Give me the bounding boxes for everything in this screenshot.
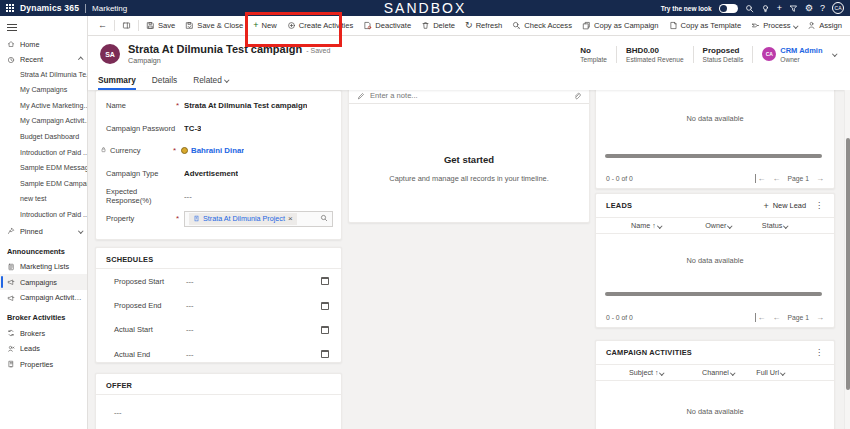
previous-page-icon[interactable]: ←	[772, 174, 780, 183]
next-page-icon[interactable]: →	[816, 313, 824, 322]
user-avatar[interactable]: CA	[832, 2, 844, 14]
recent-item[interactable]: My Campaign Activit...	[0, 114, 87, 130]
sidebar-item-recent[interactable]: Recent	[0, 52, 87, 68]
calendar-icon[interactable]	[321, 277, 329, 285]
column-header-channel[interactable]: Channel	[702, 368, 734, 377]
proposed-start-value[interactable]: ---	[186, 277, 321, 286]
more-vertical-icon[interactable]: ⋮	[812, 201, 826, 210]
vertical-scrollbar[interactable]	[844, 90, 850, 429]
currency-lookup-value[interactable]: Bahraini Dinar	[181, 146, 244, 155]
property-chip[interactable]: Strata At Dilmunia Project ×	[189, 213, 297, 225]
sidebar-item-marketing-lists[interactable]: Marketing Lists	[0, 259, 87, 275]
save-button[interactable]: Save	[141, 16, 180, 35]
grid-footer: 0 - 0 of 0 ← ← Page 1 →	[596, 168, 834, 188]
form-tabs: Summary Details Related	[88, 72, 850, 90]
password-value[interactable]: TC-3	[184, 124, 201, 133]
recent-item[interactable]: Introduction of Paid ...	[0, 146, 87, 162]
schedules-section-card: SCHEDULES Proposed Start --- Proposed En…	[95, 247, 342, 363]
quick-create-plus-icon[interactable]: +	[777, 4, 782, 13]
new-button[interactable]: + New	[248, 16, 281, 35]
expected-response-value[interactable]: ---	[184, 192, 192, 201]
field-currency: Currency * Bahraini Dinar	[96, 139, 341, 162]
deactivate-button[interactable]: Deactivate	[358, 16, 416, 35]
calendar-icon[interactable]	[321, 302, 329, 310]
column-header-owner[interactable]: Owner	[705, 221, 732, 230]
proposed-end-value[interactable]: ---	[186, 301, 321, 310]
previous-page-icon[interactable]: ←	[772, 313, 780, 322]
recent-item[interactable]: Sample EDM Message	[0, 161, 87, 177]
recent-item[interactable]: Budget Dashboard	[0, 130, 87, 146]
column-header-status[interactable]: Status	[762, 221, 788, 230]
open-side-pane-button[interactable]	[117, 16, 136, 35]
owner-link[interactable]: CRM Admin	[780, 46, 822, 55]
calendar-icon[interactable]	[321, 326, 329, 334]
lightbulb-icon[interactable]	[761, 4, 770, 13]
recent-item[interactable]: Sample EDM Campai...	[0, 177, 87, 193]
check-access-button[interactable]: Check Access	[507, 16, 577, 35]
sidebar-item-campaigns[interactable]: Campaigns	[0, 274, 87, 290]
first-page-icon[interactable]: ←	[755, 174, 765, 183]
toggle-knob	[720, 5, 727, 12]
property-lookup-input[interactable]: Strata At Dilmunia Project ×	[184, 211, 333, 227]
area-name[interactable]: Marketing	[92, 4, 127, 13]
expand-chevron-icon[interactable]	[78, 229, 83, 234]
remove-chip-icon[interactable]: ×	[288, 214, 293, 223]
owner-field[interactable]: CA CRM Admin Owner	[752, 46, 828, 63]
name-value[interactable]: Strata At Dilmunia Test campaign	[184, 101, 307, 110]
recent-item[interactable]: My Campaigns	[0, 83, 87, 99]
delete-button[interactable]: Delete	[416, 16, 460, 35]
assign-button[interactable]: Assign	[802, 16, 847, 35]
column-header-full-url[interactable]: Full Url	[756, 368, 784, 377]
scrollbar-thumb[interactable]	[846, 138, 850, 390]
more-vertical-icon[interactable]: ⋮	[812, 348, 826, 357]
actual-end-value[interactable]: ---	[186, 350, 321, 359]
lookup-search-icon[interactable]	[320, 214, 328, 224]
tab-related[interactable]: Related	[193, 75, 228, 90]
copy-as-template-button[interactable]: Copy as Template	[664, 16, 747, 35]
horizontal-scrollbar[interactable]	[605, 292, 822, 296]
recent-item[interactable]: My Active Marketing...	[0, 99, 87, 115]
campaign-activities-title: CAMPAIGN ACTIVITIES	[606, 348, 806, 357]
app-title[interactable]: Dynamics 365	[20, 3, 79, 13]
recent-item[interactable]: Introduction of Paid ...	[0, 208, 87, 224]
recent-item[interactable]: Strata At Dilmunia Te...	[0, 68, 87, 84]
process-button[interactable]: Process	[746, 16, 802, 35]
collapse-chevron-icon[interactable]	[78, 57, 83, 62]
sidebar-item-campaign-activities[interactable]: Campaign Activities	[0, 290, 87, 306]
hamburger-menu-icon[interactable]	[0, 16, 87, 37]
sidebar-item-brokers[interactable]: Brokers	[0, 325, 87, 341]
note-input[interactable]	[370, 91, 568, 100]
copy-as-campaign-button[interactable]: Copy as Campaign	[577, 16, 664, 35]
settings-gear-icon[interactable]: ⚙	[805, 4, 813, 13]
horizontal-scrollbar[interactable]	[605, 154, 822, 158]
tab-summary[interactable]: Summary	[98, 75, 136, 90]
new-lead-button[interactable]: + New Lead	[763, 201, 806, 211]
new-look-toggle[interactable]	[719, 4, 738, 13]
chevron-down-icon	[728, 223, 733, 228]
save-and-close-button[interactable]: Save & Close	[180, 16, 248, 35]
sidebar-item-leads[interactable]: Leads	[0, 341, 87, 357]
refresh-button[interactable]: ↻ Refresh	[460, 16, 507, 35]
filter-icon[interactable]	[789, 4, 798, 13]
next-page-icon[interactable]: →	[816, 174, 824, 183]
first-page-icon[interactable]: ←	[755, 313, 765, 322]
create-activities-button[interactable]: Create Activities	[282, 16, 358, 35]
campaign-type-value[interactable]: Advertisement	[184, 169, 238, 178]
header-expand-chevron-icon[interactable]	[832, 52, 837, 57]
waffle-menu-icon[interactable]	[6, 4, 14, 12]
sidebar-item-pinned[interactable]: Pinned	[0, 223, 87, 239]
calendar-icon[interactable]	[321, 350, 329, 358]
back-button[interactable]: ←	[93, 16, 112, 35]
search-icon[interactable]	[745, 4, 754, 13]
column-header-name[interactable]: Name ↑	[631, 221, 661, 230]
paperclip-icon[interactable]	[573, 92, 581, 100]
actual-start-value[interactable]: ---	[186, 325, 321, 334]
sidebar-item-home[interactable]: Home	[0, 37, 87, 53]
tab-details[interactable]: Details	[152, 75, 177, 90]
sidebar-item-properties[interactable]: Properties	[0, 356, 87, 372]
recent-item[interactable]: new test	[0, 192, 87, 208]
offer-value[interactable]: ---	[96, 395, 341, 417]
column-header-subject[interactable]: Subject ↑	[629, 368, 664, 377]
sidebar-group-title: Broker Activities	[0, 305, 87, 325]
help-icon[interactable]: ?	[820, 4, 825, 13]
